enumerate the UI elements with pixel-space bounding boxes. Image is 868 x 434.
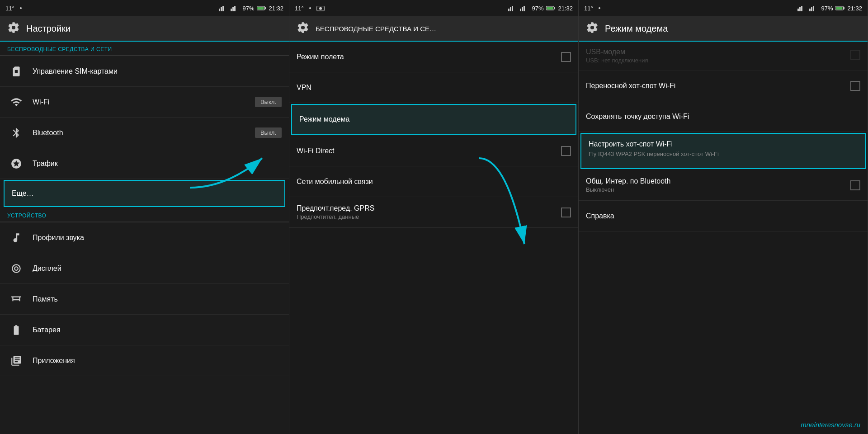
usb-item[interactable]: USB-модем USB: нет подключения <box>579 42 868 71</box>
wifi-title: Wi-Fi <box>33 98 255 106</box>
time-label-3: 21:32 <box>847 5 862 12</box>
wifi-toggle[interactable]: Выкл. <box>255 97 282 107</box>
svg-rect-3 <box>222 6 224 11</box>
hotspot-text: Переносной хот-спот Wi-Fi <box>586 82 850 90</box>
modem-title: Режим модема <box>299 115 568 123</box>
battery-text: Батарея <box>33 326 282 334</box>
status-left-1: 11° <box>5 5 24 12</box>
signal-icon-1b <box>231 5 240 11</box>
battery-icon-3 <box>835 5 844 11</box>
mobile-title: Сети мобильной связи <box>297 178 571 186</box>
wifi-item[interactable]: Wi-Fi Выкл. <box>0 87 289 118</box>
usb-checkbox[interactable] <box>850 50 860 60</box>
bt-share-row: Общ. Интер. по Bluetooth Выключен <box>586 177 860 193</box>
svg-rect-26 <box>809 9 811 11</box>
save-item[interactable]: Сохранять точку доступа Wi-Fi <box>579 101 868 132</box>
svg-point-10 <box>309 7 311 9</box>
svg-rect-27 <box>811 7 812 11</box>
bt-share-checkbox[interactable] <box>850 180 860 190</box>
save-title: Сохранять точку доступа Wi-Fi <box>586 113 860 121</box>
configure-row: Настроить хот-спот Wi-Fi Fly IQ443 WPA2 … <box>589 140 858 158</box>
svg-rect-17 <box>522 7 523 11</box>
help-title: Справка <box>586 212 860 220</box>
status-right-3: 97% 21:32 <box>797 5 862 12</box>
svg-rect-2 <box>221 7 222 11</box>
settings-icon-1 <box>7 21 20 36</box>
sim-icon <box>7 62 25 80</box>
svg-rect-20 <box>554 7 556 9</box>
vpn-title: VPN <box>297 84 571 92</box>
gprs-checkbox[interactable] <box>561 208 571 217</box>
page-title-3: Режим модема <box>605 24 668 34</box>
modem-item[interactable]: Режим модема <box>291 104 576 135</box>
svg-point-22 <box>599 7 600 9</box>
traffic-title: Трафик <box>33 160 282 168</box>
battery-title: Батарея <box>33 326 282 334</box>
action-bar-1: Настройки <box>0 16 289 42</box>
airplane-item[interactable]: Режим полета <box>289 42 578 72</box>
mobile-text: Сети мобильной связи <box>297 178 571 186</box>
time-label-2: 21:32 <box>558 5 573 12</box>
usb-title: USB-модем <box>586 48 648 56</box>
time-label-1: 21:32 <box>269 5 283 12</box>
bluetooth-title: Bluetooth <box>33 129 255 137</box>
gps-icon-2 <box>307 5 314 12</box>
help-item[interactable]: Справка <box>579 201 868 231</box>
more-item[interactable]: Еще… <box>4 180 285 207</box>
hotspot-title: Переносной хот-спот Wi-Fi <box>586 82 850 90</box>
battery-item[interactable]: Батарея <box>0 315 289 345</box>
sim-item[interactable]: Управление SIM-картами <box>0 56 289 87</box>
bt-share-title: Общ. Интер. по Bluetooth <box>586 177 670 185</box>
battery-label-2: 97% <box>532 5 543 12</box>
svg-rect-18 <box>524 6 525 11</box>
traffic-item[interactable]: Трафик <box>0 148 289 179</box>
section-wireless-header: БЕСПРОВОДНЫЕ СРЕДСТВА И СЕТИ <box>0 42 289 56</box>
svg-rect-24 <box>799 7 801 11</box>
wifidirect-checkbox[interactable] <box>561 146 571 156</box>
signal-icon-1 <box>219 5 228 11</box>
battery-settings-icon <box>7 321 25 339</box>
wifidirect-title: Wi-Fi Direct <box>297 147 561 155</box>
svg-rect-13 <box>508 9 509 11</box>
sound-icon <box>7 229 25 247</box>
hotspot-item[interactable]: Переносной хот-спот Wi-Fi <box>579 71 868 101</box>
memory-item[interactable]: Память <box>0 284 289 315</box>
action-bar-3: Режим модема <box>579 16 868 42</box>
memory-title: Память <box>33 295 282 303</box>
configure-title: Настроить хот-спот Wi-Fi <box>589 140 858 148</box>
settings-icon-3 <box>586 21 599 36</box>
wifidirect-item[interactable]: Wi-Fi Direct <box>289 136 578 166</box>
airplane-checkbox[interactable] <box>561 52 571 62</box>
vpn-item[interactable]: VPN <box>289 72 578 103</box>
bluetooth-icon <box>7 124 25 142</box>
gprs-item[interactable]: Предпочт.перед. GPRS Предпочтител. данны… <box>289 197 578 228</box>
svg-point-0 <box>20 7 22 9</box>
status-bar-1: 11° 97% 21:32 <box>0 0 289 16</box>
configure-item-text: Настроить хот-спот Wi-Fi Fly IQ443 WPA2 … <box>589 140 858 158</box>
display-item[interactable]: Дисплей <box>0 253 289 284</box>
apps-item[interactable]: Приложения <box>0 345 289 376</box>
apps-title: Приложения <box>33 357 282 365</box>
mobile-item[interactable]: Сети мобильной связи <box>289 166 578 197</box>
status-left-3: 11° <box>584 5 603 12</box>
svg-rect-15 <box>512 6 513 11</box>
svg-rect-21 <box>547 7 553 9</box>
gprs-title: Предпочт.перед. GPRS <box>297 204 561 212</box>
svg-rect-31 <box>836 7 843 9</box>
wifi-text: Wi-Fi <box>33 98 255 106</box>
svg-rect-4 <box>231 9 232 11</box>
battery-label-1: 97% <box>242 5 254 12</box>
gps-icon-3 <box>596 5 603 12</box>
configure-item[interactable]: Настроить хот-спот Wi-Fi Fly IQ443 WPA2 … <box>580 133 866 169</box>
bt-share-item[interactable]: Общ. Интер. по Bluetooth Выключен <box>579 170 868 201</box>
svg-rect-23 <box>797 9 799 11</box>
sound-item[interactable]: Профили звука <box>0 222 289 253</box>
panel-modem: 11° 97% 21:32 <box>579 0 868 434</box>
settings-icon-2 <box>297 21 309 36</box>
wifi-icon <box>7 93 25 111</box>
hotspot-checkbox[interactable] <box>850 81 860 91</box>
airplane-title: Режим полета <box>297 53 561 61</box>
bluetooth-item[interactable]: Bluetooth Выкл. <box>0 118 289 148</box>
bluetooth-toggle[interactable]: Выкл. <box>255 127 282 138</box>
apps-icon <box>7 352 25 370</box>
